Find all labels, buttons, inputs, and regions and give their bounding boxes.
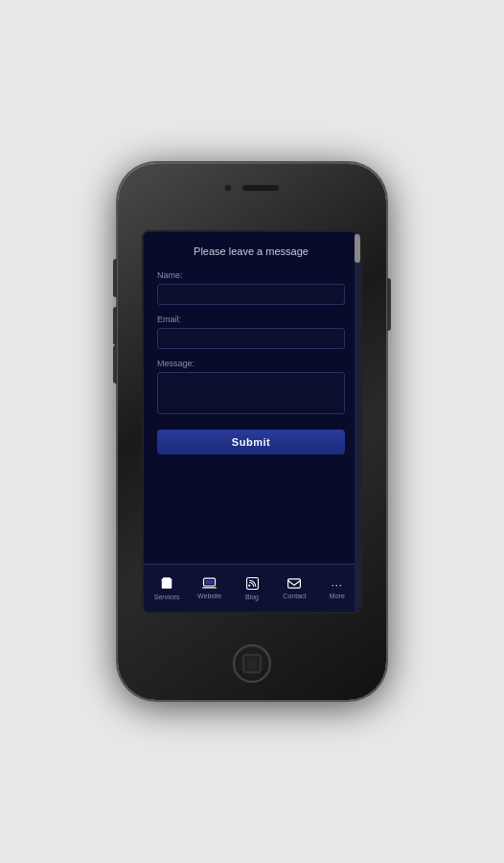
nav-item-services[interactable]: Services xyxy=(146,576,188,600)
home-button-inner xyxy=(242,654,262,673)
message-label: Message: xyxy=(157,359,345,368)
rss-icon xyxy=(246,577,259,592)
svg-rect-2 xyxy=(205,580,213,584)
nav-item-contact[interactable]: Contact xyxy=(273,577,315,599)
home-button[interactable] xyxy=(233,644,271,683)
email-input[interactable] xyxy=(157,328,345,349)
form-title: Please leave a message xyxy=(157,245,345,257)
svg-rect-4 xyxy=(288,579,301,588)
email-label: Email: xyxy=(157,315,345,324)
nav-item-blog[interactable]: Blog xyxy=(231,577,273,600)
camera xyxy=(224,184,232,192)
more-icon xyxy=(332,577,343,591)
mail-icon xyxy=(287,577,301,591)
message-textarea[interactable] xyxy=(157,372,345,414)
form-area: Please leave a message Name: Email: Mess… xyxy=(144,232,360,564)
speaker xyxy=(241,184,280,192)
submit-button[interactable]: Submit xyxy=(157,430,345,455)
nav-item-more[interactable]: More xyxy=(316,577,358,599)
scrollbar-thumb[interactable] xyxy=(355,234,360,263)
nav-label-services: Services xyxy=(154,594,180,600)
name-input[interactable] xyxy=(157,284,345,305)
nav-label-website: Website xyxy=(197,593,221,599)
nav-label-contact: Contact xyxy=(283,593,306,599)
scrollbar[interactable] xyxy=(355,232,360,612)
nav-label-more: More xyxy=(330,593,345,599)
nav-label-blog: Blog xyxy=(245,594,259,600)
phone-body: Please leave a message Name: Email: Mess… xyxy=(118,163,386,700)
nav-item-website[interactable]: Website xyxy=(188,577,230,599)
screen-bezel: Please leave a message Name: Email: Mess… xyxy=(142,230,362,614)
cart-icon xyxy=(160,576,173,592)
name-label: Name: xyxy=(157,270,345,280)
screen-content: Please leave a message Name: Email: Mess… xyxy=(144,232,360,612)
laptop-icon xyxy=(202,577,217,591)
phone-top-elements xyxy=(224,184,280,192)
bottom-nav: Services Website xyxy=(144,564,360,612)
phone-frame: Please leave a message Name: Email: Mess… xyxy=(118,163,386,700)
